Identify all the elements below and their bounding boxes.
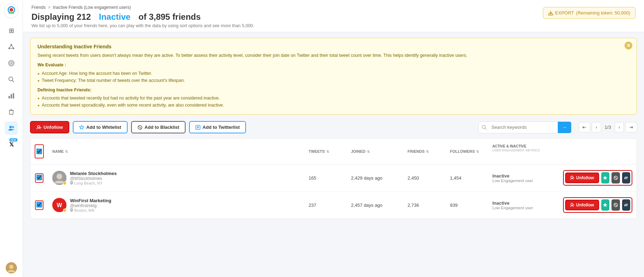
- table-row: W WinFirst Marketing @winfirstmktg Bosto…: [30, 192, 637, 218]
- row2-tweets: 237: [304, 200, 347, 210]
- search-box: →: [478, 121, 572, 133]
- bulk-unfollow-button[interactable]: Unfollow: [30, 121, 69, 133]
- row2-status: Inactive: [492, 200, 555, 206]
- row1-unfollow-button[interactable]: Unfollow: [565, 173, 599, 183]
- search-submit-button[interactable]: →: [558, 122, 571, 133]
- select-all-checkbox-wrapper[interactable]: [35, 144, 44, 158]
- defining-label: Defining Inactive Friends:: [37, 87, 630, 94]
- row1-blacklist-button[interactable]: [611, 172, 620, 183]
- col-tweets: TWEETS ⇅: [304, 142, 347, 161]
- network-icon[interactable]: [5, 40, 18, 54]
- bulk-whitelist-button[interactable]: Add to Whitelist: [73, 121, 128, 133]
- svg-rect-15: [8, 96, 10, 98]
- svg-rect-16: [11, 94, 12, 98]
- info-banner-desc: Seeing recent tweets from users doesn't …: [37, 52, 630, 59]
- row2-friends: 2,736: [403, 200, 446, 210]
- followers-sort-icon[interactable]: ⇅: [476, 150, 479, 153]
- joined-sort-icon[interactable]: ⇅: [367, 150, 370, 153]
- we-evaluate-label: We Evaluate :: [37, 62, 630, 68]
- row2-unfollow-button[interactable]: Unfollow: [565, 200, 599, 210]
- row2-blacklist-button[interactable]: [611, 199, 620, 211]
- tweets-sort-icon[interactable]: ⇅: [326, 150, 329, 153]
- users-icon[interactable]: [5, 121, 18, 135]
- bulk-blacklist-button[interactable]: Add to Blacklist: [131, 121, 186, 133]
- friends-sort-icon[interactable]: ⇅: [426, 150, 429, 153]
- svg-line-51: [614, 204, 617, 206]
- col-actions: [559, 142, 637, 161]
- svg-point-22: [12, 126, 14, 128]
- row2-actions-col: Unfollow: [559, 195, 637, 215]
- row2-avatar: W: [52, 198, 66, 212]
- col-joined: JOINED ⇅: [347, 142, 403, 161]
- breadcrumb-parent: Friends: [31, 5, 46, 10]
- row1-user-handle: @MStockholmes: [70, 176, 117, 181]
- svg-rect-18: [10, 110, 13, 114]
- row1-tweets: 165: [304, 173, 347, 183]
- col-friends: FRIENDS ⇅: [403, 142, 446, 161]
- row2-whitelist-button[interactable]: [601, 199, 609, 211]
- target-icon[interactable]: [5, 56, 18, 70]
- page-info: 1/3: [603, 125, 613, 130]
- avatar[interactable]: [6, 262, 17, 273]
- sidebar: ⊞: [0, 0, 23, 277]
- row1-link-button[interactable]: [622, 172, 630, 183]
- chart-icon[interactable]: [5, 89, 18, 102]
- row1-user-location: Long Beach, NY: [70, 181, 117, 185]
- bulk-twitterlist-button[interactable]: Add to Twitterlist: [189, 121, 246, 133]
- svg-point-39: [71, 182, 72, 183]
- trash-icon[interactable]: [5, 105, 18, 119]
- col-name: NAME ⇅: [48, 142, 304, 161]
- row1-whitelist-button[interactable]: [601, 172, 609, 183]
- svg-text:W: W: [57, 202, 62, 208]
- row1-user-name: Melanie Stockholmes: [70, 171, 117, 176]
- col-followers: FOLLOWERS ⇅: [446, 142, 488, 161]
- info-banner-title: Understanding Inactive Friends: [37, 44, 630, 49]
- row1-user-info: Melanie Stockholmes @MStockholmes Long B…: [70, 171, 117, 185]
- row2-status-col: Inactive Low Engagement user: [488, 198, 559, 212]
- svg-line-36: [485, 128, 486, 130]
- row2-link-button[interactable]: [622, 199, 630, 211]
- row2-followers: 939: [446, 200, 488, 210]
- evaluate-item-1: Account Age: How long the account has be…: [37, 70, 630, 77]
- table-header: NAME ⇅ TWEETS ⇅ JOINED ⇅ FRIENDS ⇅ FOLLO…: [30, 139, 637, 164]
- svg-point-3: [11, 9, 12, 11]
- page-subtitle: We list up to 5,000 of your friends here…: [31, 23, 636, 28]
- evaluate-list: Account Age: How long the account has be…: [37, 70, 630, 84]
- row2-checkbox-col: [30, 198, 48, 212]
- table-row: Melanie Stockholmes @MStockholmes Long B…: [30, 164, 637, 192]
- row2-name-col: W WinFirst Marketing @winfirstmktg Bosto…: [48, 196, 304, 215]
- defining-list: Accounts that tweeted recently but had n…: [37, 95, 630, 109]
- svg-line-43: [614, 177, 617, 179]
- twitter-x-icon[interactable]: 𝕏 NEW: [5, 138, 18, 151]
- select-all-checkbox[interactable]: [36, 149, 42, 154]
- row1-checkbox[interactable]: [36, 175, 42, 180]
- svg-line-7: [9, 45, 11, 48]
- next-page-button[interactable]: ›: [615, 122, 624, 132]
- row2-user-name: WinFirst Marketing: [70, 198, 111, 203]
- search-input[interactable]: [487, 122, 558, 133]
- first-page-button[interactable]: ⇤: [579, 122, 590, 132]
- row2-user-handle: @winfirstmktg: [70, 203, 111, 208]
- row1-joined: 2,429 days ago: [347, 173, 403, 183]
- row1-name-col: Melanie Stockholmes @MStockholmes Long B…: [48, 169, 304, 187]
- export-button[interactable]: EXPORT (Remaining token: 50,000): [543, 7, 636, 19]
- search-icon[interactable]: [5, 73, 18, 86]
- row2-checkbox[interactable]: [36, 202, 42, 207]
- info-banner: Understanding Inactive Friends Seeing re…: [30, 38, 637, 115]
- dashboard-icon[interactable]: ⊞: [5, 24, 18, 37]
- name-sort-icon[interactable]: ⇅: [65, 150, 68, 153]
- pagination: ⇤ ‹ 1/3 › ⇥: [579, 122, 637, 132]
- prev-page-button[interactable]: ‹: [592, 122, 601, 132]
- row1-checkbox-col: [30, 171, 48, 185]
- select-all-header: [30, 142, 48, 161]
- svg-point-38: [57, 174, 62, 179]
- defining-item-2: Accounts that tweet sporadically, even w…: [37, 102, 630, 109]
- svg-point-24: [9, 265, 13, 269]
- row1-status-col: Inactive Low Engagement user: [488, 171, 559, 185]
- close-banner-button[interactable]: ✕: [625, 42, 632, 49]
- last-page-button[interactable]: ⇥: [625, 122, 637, 132]
- action-bar: Unfollow Add to Whitelist Add to Blackli…: [30, 121, 637, 133]
- svg-line-30: [139, 126, 141, 128]
- app-logo: [4, 4, 19, 18]
- row1-avatar: [52, 171, 66, 185]
